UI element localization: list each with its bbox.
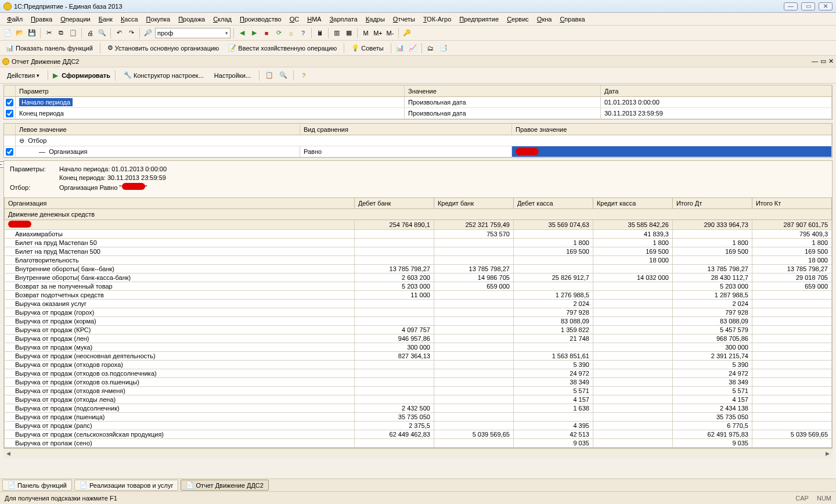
menu-продажа[interactable]: Продажа	[175, 15, 208, 24]
ext4-icon[interactable]: 📑	[438, 43, 449, 53]
menu-склад[interactable]: Склад	[210, 15, 235, 24]
table-row[interactable]: Выручка оказания услуг2 0242 024	[5, 300, 832, 308]
filter-checkbox[interactable]	[6, 148, 13, 156]
mminus-button[interactable]: M-	[385, 28, 395, 38]
menu-покупка[interactable]: Покупка	[143, 15, 174, 24]
nav-back-icon[interactable]: ◀	[237, 28, 247, 38]
table-row[interactable]: Авиахимработы753 57041 839,3795 409,3	[5, 230, 832, 239]
table-row[interactable]: Выручка от продаж (отходов оз.пшеницы)38…	[5, 378, 832, 387]
enter-op-button[interactable]: 📝 Ввести хозяйственную операцию	[225, 43, 340, 53]
table-row[interactable]: Билет на пруд Мастепан 501 8001 8001 800…	[5, 239, 832, 247]
menu-предприятие[interactable]: Предприятие	[456, 15, 502, 24]
menu-файл[interactable]: Файл	[3, 15, 26, 24]
advice-button[interactable]: 💡 Советы	[348, 43, 387, 53]
open-icon[interactable]: 📂	[15, 28, 25, 38]
param-checkbox[interactable]	[6, 110, 13, 117]
paste-icon[interactable]: 📋	[68, 28, 78, 38]
table-row[interactable]: Выручка от продаж (неосновная деятельнос…	[5, 352, 832, 361]
table-row[interactable]: Возврат за не полученный товар5 203 0006…	[5, 282, 832, 291]
table-row[interactable]: Выручка от продаж (отходов ячменя)5 5715…	[5, 387, 832, 395]
doc-maximize[interactable]: ▭	[820, 57, 826, 65]
close-button[interactable]: ✕	[819, 2, 833, 10]
help-round-icon[interactable]: ?	[298, 70, 309, 81]
window2-icon[interactable]: ▦	[344, 28, 354, 38]
column-header[interactable]: Кредит банк	[434, 198, 513, 209]
copy-icon[interactable]: ⧉	[56, 28, 66, 38]
cut-icon[interactable]: ✂	[44, 28, 54, 38]
mplus-button[interactable]: M+	[373, 28, 383, 38]
menu-нма[interactable]: НМА	[304, 15, 325, 24]
table-row[interactable]: Выручка от продаж (лен)946 957,8621 7489…	[5, 334, 832, 343]
generate-button[interactable]: Сформировать	[62, 72, 110, 79]
menu-банк[interactable]: Банк	[95, 15, 116, 24]
horizontal-scrollbar[interactable]	[3, 448, 833, 458]
column-header[interactable]: Кредит касса	[593, 198, 672, 209]
table-row[interactable]: Выручка от продаж (отходов гороха)5 3905…	[5, 361, 832, 369]
menu-ток-агро[interactable]: ТОК-Агро	[420, 15, 455, 24]
column-header[interactable]: Организация	[5, 198, 355, 209]
print-icon[interactable]: 🖨	[85, 28, 95, 38]
preview-icon[interactable]: 🔍	[97, 28, 107, 38]
menu-отчеты[interactable]: Отчеты	[390, 15, 419, 24]
new-icon[interactable]: 📄	[2, 28, 13, 38]
minimize-button[interactable]: —	[784, 2, 798, 10]
table-row[interactable]: Выручка от продаж (корма)83 088,0983 088…	[5, 317, 832, 326]
undo-icon[interactable]: ↶	[114, 28, 124, 38]
set-org-button[interactable]: ⚙ Установить основную организацию	[104, 43, 223, 53]
constructor-button[interactable]: 🔧 Конструктор настроек...	[120, 70, 207, 80]
doc-minimize[interactable]: —	[812, 57, 818, 65]
menu-справка[interactable]: Справка	[556, 15, 588, 24]
m-button[interactable]: M	[361, 28, 371, 38]
nav-fwd-icon[interactable]: ▶	[249, 28, 260, 38]
table-row[interactable]: Выручка от продаж (пшеница)35 735 05035 …	[5, 413, 832, 422]
show-panel-button[interactable]: 📊 Показать панель функций	[2, 43, 96, 53]
table-row[interactable]: Возврат подотчетных средств11 0001 276 9…	[5, 291, 832, 300]
filter-row[interactable]: — Организация Равно	[4, 146, 832, 157]
menu-сервис[interactable]: Сервис	[503, 15, 532, 24]
refresh-icon[interactable]: ⟳	[273, 28, 284, 38]
menu-окна[interactable]: Окна	[534, 15, 556, 24]
column-header[interactable]: Дебет касса	[513, 198, 593, 209]
save-icon[interactable]: 💾	[27, 28, 37, 38]
settings-button[interactable]: Настройки...	[211, 71, 254, 80]
search-icon[interactable]: 🔎	[143, 28, 153, 38]
doc-close[interactable]: ✕	[828, 57, 834, 65]
menu-кадры[interactable]: Кадры	[362, 15, 388, 24]
menu-операции[interactable]: Операции	[57, 15, 93, 24]
column-header[interactable]: Дебет банк	[354, 198, 434, 209]
menu-производство[interactable]: Производство	[236, 15, 285, 24]
table-row[interactable]: Выручка от продаж (мука)300 000300 000	[5, 343, 832, 352]
window1-icon[interactable]: ▥	[331, 28, 342, 38]
column-header[interactable]: Итого Дт	[672, 198, 752, 209]
filter-root-row[interactable]: ⊖ Отбор	[4, 135, 832, 146]
search-combo[interactable]: проф	[155, 28, 230, 38]
table-row[interactable]: Выручка от продаж (горох)797 928797 928	[5, 308, 832, 317]
redo-icon[interactable]: ↷	[126, 28, 136, 38]
table-row[interactable]: Благотворительность18 00018 000	[5, 256, 832, 265]
table-row[interactable]: Выручка от продаж (отходов оз.подсолнечн…	[5, 369, 832, 378]
column-header[interactable]: Итого Кт	[752, 198, 831, 209]
table-row[interactable]: Выручка от продаж (КРС)4 097 7571 359 82…	[5, 326, 832, 334]
param-checkbox[interactable]	[6, 99, 13, 106]
param-row[interactable]: Конец периодаПроизвольная дата30.11.2013…	[4, 108, 832, 119]
tool1-icon[interactable]: 📋	[264, 70, 275, 81]
ext2-icon[interactable]: 📈	[408, 43, 418, 53]
key-icon[interactable]: 🔑	[402, 28, 412, 38]
calc-icon[interactable]: 🖩	[315, 28, 325, 38]
org-total-row[interactable]: 254 764 890,1252 321 759,4935 569 074,63…	[5, 220, 832, 230]
table-row[interactable]: Билет на пруд Мастепан 500169 500169 500…	[5, 247, 832, 256]
maximize-button[interactable]: ▭	[801, 2, 815, 10]
menu-зарплата[interactable]: Зарплата	[326, 15, 361, 24]
actions-dropdown[interactable]: Действия	[3, 71, 43, 80]
ext1-icon[interactable]: 📊	[395, 43, 405, 53]
menu-правка[interactable]: Правка	[27, 15, 56, 24]
ext3-icon[interactable]: 🗂	[426, 43, 436, 53]
table-row[interactable]: Выручка от пролаж (сено)9 0359 035	[5, 439, 832, 448]
tool2-icon[interactable]: 🔍	[278, 70, 289, 81]
stop-icon[interactable]: ■	[261, 28, 272, 38]
home-icon[interactable]: ⌂	[286, 28, 296, 38]
help-icon[interactable]: ?	[298, 28, 308, 38]
param-row[interactable]: Начало периодаПроизвольная дата01.01.201…	[4, 97, 832, 108]
table-row[interactable]: Выручка от продаж (отходы лена)4 1574 15…	[5, 395, 832, 404]
table-row[interactable]: Выручка от продаж (сельскохозяйская прод…	[5, 430, 832, 439]
